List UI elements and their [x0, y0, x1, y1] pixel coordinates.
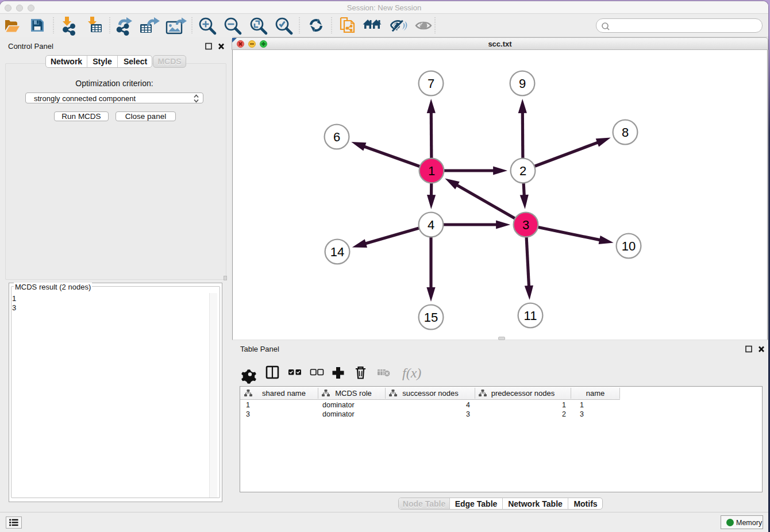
- svg-text:4: 4: [428, 218, 434, 232]
- svg-text:9: 9: [519, 76, 526, 91]
- svg-text:dominator: dominator: [322, 410, 355, 418]
- svg-text:f(x): f(x): [402, 365, 421, 380]
- svg-text:3: 3: [580, 410, 584, 418]
- svg-text:3: 3: [522, 218, 529, 232]
- svg-text:1: 1: [246, 401, 250, 409]
- svg-text:11: 11: [524, 309, 537, 323]
- svg-text:1: 1: [580, 401, 584, 409]
- svg-text:1: 1: [428, 164, 435, 178]
- svg-text:7: 7: [428, 76, 434, 91]
- svg-text:3: 3: [466, 410, 470, 418]
- svg-text:1: 1: [562, 401, 566, 409]
- svg-text:name: name: [586, 389, 605, 398]
- svg-text:2: 2: [519, 164, 526, 178]
- svg-text:2: 2: [562, 410, 566, 418]
- svg-text:successor nodes: successor nodes: [402, 389, 459, 398]
- svg-text:dominator: dominator: [322, 401, 355, 409]
- svg-text:14: 14: [330, 245, 344, 259]
- svg-text:15: 15: [424, 310, 438, 325]
- svg-text:8: 8: [622, 125, 629, 140]
- svg-text:6: 6: [333, 130, 340, 144]
- svg-text:4: 4: [466, 401, 470, 409]
- svg-text:predecessor nodes: predecessor nodes: [491, 389, 555, 398]
- svg-text:10: 10: [622, 239, 636, 253]
- svg-text:MCDS role: MCDS role: [335, 389, 372, 398]
- svg-text:shared name: shared name: [262, 389, 306, 398]
- svg-text:3: 3: [246, 410, 250, 418]
